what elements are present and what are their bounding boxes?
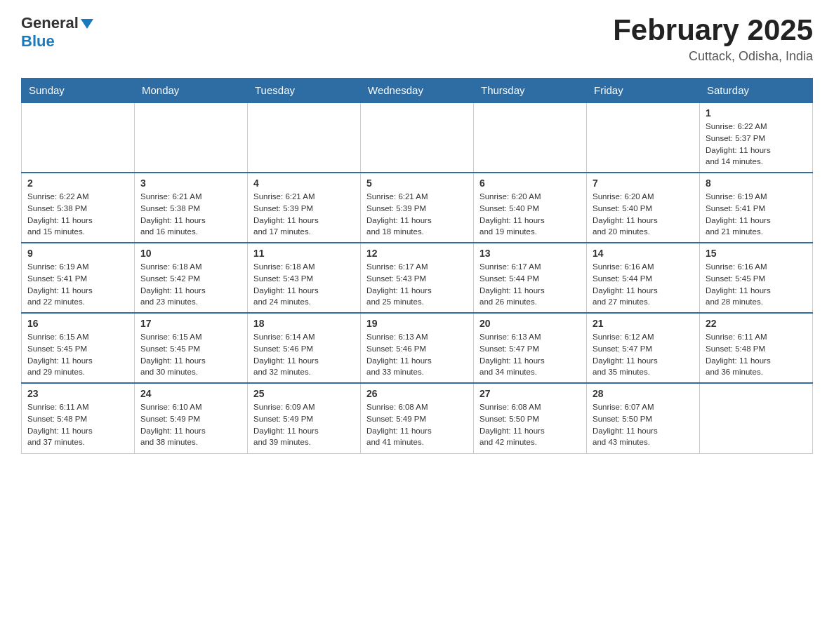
day-info: Sunrise: 6:07 AM Sunset: 5:50 PM Dayligh…	[593, 401, 694, 448]
calendar-week-row: 16Sunrise: 6:15 AM Sunset: 5:45 PM Dayli…	[22, 313, 813, 383]
day-number: 20	[479, 318, 581, 329]
day-number: 6	[479, 177, 581, 189]
day-info: Sunrise: 6:15 AM Sunset: 5:45 PM Dayligh…	[27, 331, 128, 378]
day-info: Sunrise: 6:18 AM Sunset: 5:43 PM Dayligh…	[253, 261, 355, 308]
day-info: Sunrise: 6:14 AM Sunset: 5:46 PM Dayligh…	[253, 331, 355, 378]
calendar-day-cell: 9Sunrise: 6:19 AM Sunset: 5:41 PM Daylig…	[22, 243, 135, 313]
day-info: Sunrise: 6:11 AM Sunset: 5:48 PM Dayligh…	[27, 401, 128, 448]
calendar-day-cell: 26Sunrise: 6:08 AM Sunset: 5:49 PM Dayli…	[361, 383, 474, 453]
day-number: 16	[27, 318, 128, 329]
calendar-day-cell: 22Sunrise: 6:11 AM Sunset: 5:48 PM Dayli…	[700, 313, 813, 383]
calendar-day-cell: 12Sunrise: 6:17 AM Sunset: 5:43 PM Dayli…	[361, 243, 474, 313]
day-of-week-header: Saturday	[700, 79, 813, 103]
day-info: Sunrise: 6:21 AM Sunset: 5:39 PM Dayligh…	[366, 191, 468, 238]
logo-blue-text: Blue	[21, 32, 55, 50]
location-text: Cuttack, Odisha, India	[613, 49, 813, 64]
day-number: 21	[593, 318, 694, 329]
day-info: Sunrise: 6:17 AM Sunset: 5:43 PM Dayligh…	[366, 261, 468, 308]
day-info: Sunrise: 6:08 AM Sunset: 5:49 PM Dayligh…	[366, 401, 468, 448]
day-info: Sunrise: 6:21 AM Sunset: 5:38 PM Dayligh…	[140, 191, 241, 238]
day-number: 18	[253, 318, 355, 329]
title-area: February 2025 Cuttack, Odisha, India	[613, 14, 813, 64]
day-number: 23	[27, 388, 128, 399]
day-number: 26	[366, 388, 468, 399]
calendar-day-cell	[587, 102, 700, 173]
calendar-day-cell: 16Sunrise: 6:15 AM Sunset: 5:45 PM Dayli…	[22, 313, 135, 383]
calendar-day-cell: 3Sunrise: 6:21 AM Sunset: 5:38 PM Daylig…	[135, 173, 248, 243]
day-info: Sunrise: 6:18 AM Sunset: 5:42 PM Dayligh…	[140, 261, 241, 308]
day-info: Sunrise: 6:22 AM Sunset: 5:38 PM Dayligh…	[27, 191, 128, 238]
day-number: 17	[140, 318, 241, 329]
day-number: 25	[253, 388, 355, 399]
day-number: 1	[706, 107, 807, 119]
calendar-day-cell: 7Sunrise: 6:20 AM Sunset: 5:40 PM Daylig…	[587, 173, 700, 243]
day-of-week-header: Thursday	[474, 79, 587, 103]
calendar-day-cell	[248, 102, 361, 173]
day-info: Sunrise: 6:20 AM Sunset: 5:40 PM Dayligh…	[593, 191, 694, 238]
day-info: Sunrise: 6:16 AM Sunset: 5:45 PM Dayligh…	[706, 261, 807, 308]
calendar-day-cell: 20Sunrise: 6:13 AM Sunset: 5:47 PM Dayli…	[474, 313, 587, 383]
day-number: 28	[593, 388, 694, 399]
page-header: General Blue February 2025 Cuttack, Odis…	[21, 14, 813, 64]
calendar-day-cell: 13Sunrise: 6:17 AM Sunset: 5:44 PM Dayli…	[474, 243, 587, 313]
calendar-header-row: SundayMondayTuesdayWednesdayThursdayFrid…	[22, 79, 813, 103]
calendar-day-cell: 28Sunrise: 6:07 AM Sunset: 5:50 PM Dayli…	[587, 383, 700, 453]
calendar-day-cell	[361, 102, 474, 173]
month-title: February 2025	[613, 14, 813, 46]
calendar-day-cell: 11Sunrise: 6:18 AM Sunset: 5:43 PM Dayli…	[248, 243, 361, 313]
day-of-week-header: Friday	[587, 79, 700, 103]
day-number: 9	[27, 248, 128, 259]
day-info: Sunrise: 6:09 AM Sunset: 5:49 PM Dayligh…	[253, 401, 355, 448]
calendar-day-cell	[22, 102, 135, 173]
calendar-week-row: 9Sunrise: 6:19 AM Sunset: 5:41 PM Daylig…	[22, 243, 813, 313]
day-of-week-header: Wednesday	[361, 79, 474, 103]
calendar-day-cell: 1Sunrise: 6:22 AM Sunset: 5:37 PM Daylig…	[700, 102, 813, 173]
day-number: 5	[366, 177, 468, 189]
day-info: Sunrise: 6:12 AM Sunset: 5:47 PM Dayligh…	[593, 331, 694, 378]
day-info: Sunrise: 6:13 AM Sunset: 5:46 PM Dayligh…	[366, 331, 468, 378]
day-number: 24	[140, 388, 241, 399]
calendar-day-cell: 17Sunrise: 6:15 AM Sunset: 5:45 PM Dayli…	[135, 313, 248, 383]
calendar-day-cell: 24Sunrise: 6:10 AM Sunset: 5:49 PM Dayli…	[135, 383, 248, 453]
day-number: 14	[593, 248, 694, 259]
calendar-day-cell	[474, 102, 587, 173]
logo-general-text: General	[21, 14, 79, 32]
day-of-week-header: Tuesday	[248, 79, 361, 103]
day-info: Sunrise: 6:16 AM Sunset: 5:44 PM Dayligh…	[593, 261, 694, 308]
day-info: Sunrise: 6:22 AM Sunset: 5:37 PM Dayligh…	[706, 121, 807, 168]
calendar-day-cell: 23Sunrise: 6:11 AM Sunset: 5:48 PM Dayli…	[22, 383, 135, 453]
calendar-day-cell: 14Sunrise: 6:16 AM Sunset: 5:44 PM Dayli…	[587, 243, 700, 313]
calendar-week-row: 2Sunrise: 6:22 AM Sunset: 5:38 PM Daylig…	[22, 173, 813, 243]
calendar-day-cell: 6Sunrise: 6:20 AM Sunset: 5:40 PM Daylig…	[474, 173, 587, 243]
day-info: Sunrise: 6:08 AM Sunset: 5:50 PM Dayligh…	[479, 401, 581, 448]
day-number: 15	[706, 248, 807, 259]
calendar-day-cell: 15Sunrise: 6:16 AM Sunset: 5:45 PM Dayli…	[700, 243, 813, 313]
calendar-week-row: 1Sunrise: 6:22 AM Sunset: 5:37 PM Daylig…	[22, 102, 813, 173]
calendar-day-cell	[135, 102, 248, 173]
day-info: Sunrise: 6:13 AM Sunset: 5:47 PM Dayligh…	[479, 331, 581, 378]
day-info: Sunrise: 6:19 AM Sunset: 5:41 PM Dayligh…	[706, 191, 807, 238]
calendar-day-cell: 18Sunrise: 6:14 AM Sunset: 5:46 PM Dayli…	[248, 313, 361, 383]
calendar-day-cell: 27Sunrise: 6:08 AM Sunset: 5:50 PM Dayli…	[474, 383, 587, 453]
day-number: 2	[27, 177, 128, 189]
calendar-day-cell	[700, 383, 813, 453]
day-number: 27	[479, 388, 581, 399]
calendar-day-cell: 4Sunrise: 6:21 AM Sunset: 5:39 PM Daylig…	[248, 173, 361, 243]
calendar-day-cell: 2Sunrise: 6:22 AM Sunset: 5:38 PM Daylig…	[22, 173, 135, 243]
day-info: Sunrise: 6:20 AM Sunset: 5:40 PM Dayligh…	[479, 191, 581, 238]
day-info: Sunrise: 6:19 AM Sunset: 5:41 PM Dayligh…	[27, 261, 128, 308]
calendar-week-row: 23Sunrise: 6:11 AM Sunset: 5:48 PM Dayli…	[22, 383, 813, 453]
day-of-week-header: Monday	[135, 79, 248, 103]
logo: General Blue	[21, 14, 93, 51]
day-info: Sunrise: 6:21 AM Sunset: 5:39 PM Dayligh…	[253, 191, 355, 238]
day-number: 12	[366, 248, 468, 259]
calendar-day-cell: 5Sunrise: 6:21 AM Sunset: 5:39 PM Daylig…	[361, 173, 474, 243]
day-number: 3	[140, 177, 241, 189]
day-number: 13	[479, 248, 581, 259]
day-number: 11	[253, 248, 355, 259]
day-info: Sunrise: 6:15 AM Sunset: 5:45 PM Dayligh…	[140, 331, 241, 378]
day-number: 7	[593, 177, 694, 189]
day-number: 19	[366, 318, 468, 329]
calendar-day-cell: 21Sunrise: 6:12 AM Sunset: 5:47 PM Dayli…	[587, 313, 700, 383]
day-number: 10	[140, 248, 241, 259]
